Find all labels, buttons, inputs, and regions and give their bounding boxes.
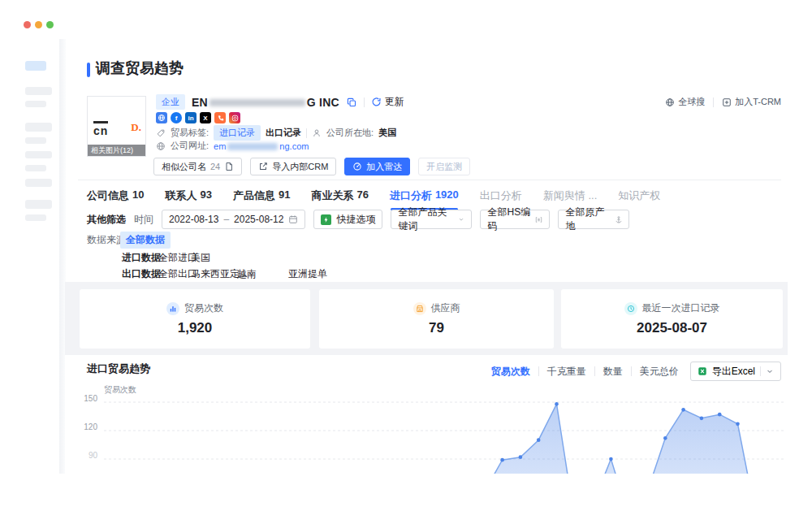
join-radar-button[interactable]: 加入雷达	[344, 158, 410, 175]
partner-logo-badge: D.	[131, 121, 141, 134]
trend-area-chart[interactable]	[65, 376, 812, 474]
phone-icon[interactable]	[214, 112, 226, 123]
radar-icon	[352, 162, 362, 171]
export-records-tag[interactable]: 出口记录	[266, 127, 301, 139]
sidebar-item[interactable]	[25, 137, 46, 144]
instagram-icon[interactable]	[229, 112, 240, 123]
copy-icon[interactable]	[346, 97, 357, 108]
globe-search-icon	[665, 97, 675, 107]
refresh-button[interactable]: 更新	[371, 95, 404, 109]
website-link[interactable]: emng.com	[214, 141, 309, 151]
sidebar-item[interactable]	[25, 200, 52, 209]
window-minimize-button[interactable]	[35, 21, 42, 28]
export-option-vietnam[interactable]: 越南	[237, 267, 257, 281]
sidebar-item[interactable]	[25, 101, 46, 107]
header-actions: 全球搜 加入T-CRM	[665, 96, 781, 108]
export-data-label: 出口数据	[122, 267, 161, 281]
chevron-down-icon[interactable]	[766, 367, 774, 375]
title-accent-bar	[87, 63, 90, 77]
quick-options-button[interactable]: 快捷选项	[313, 210, 382, 229]
origin-country-select[interactable]: 全部原产地	[558, 210, 629, 229]
tab-company-info[interactable]: 公司信息10	[87, 188, 144, 210]
chart-title: 进口贸易趋势	[87, 362, 150, 376]
location-label: 公司所在地:	[326, 127, 374, 139]
global-search-button[interactable]: 全球搜	[665, 96, 705, 108]
website-icon[interactable]	[156, 112, 167, 123]
stat-value: 79	[429, 320, 444, 336]
window-close-button[interactable]	[24, 21, 31, 28]
stat-label: 贸易次数	[184, 301, 223, 315]
hs-code-select[interactable]: 全部HS编码	[480, 210, 550, 229]
related-images-caption[interactable]: 相关图片(12)	[88, 145, 145, 156]
app-window: 调查贸易趋势 全球搜 加入T-CRM cn D. 相关图片(12) 企业 ENG…	[0, 0, 812, 511]
import-trend-section: 进口贸易趋势 贸易次数 千克重量 数量 美元总价 导出Excel 贸易次数 15…	[65, 355, 812, 474]
company-name: ENG INC	[192, 96, 339, 109]
quick-options-icon	[321, 214, 331, 225]
sidebar-item[interactable]	[25, 179, 52, 187]
chevron-down-icon	[458, 215, 464, 223]
trade-tags-row: 贸易标签: 进口记录 出口记录 公司所在地: 美国	[156, 125, 396, 141]
website-label: 公司网址:	[171, 140, 209, 152]
import-option-usa[interactable]: 美国	[191, 251, 210, 265]
x-twitter-icon[interactable]: X	[200, 112, 211, 123]
stat-value: 2025-08-07	[637, 320, 707, 336]
date-range-picker[interactable]: 2022-08-13 – 2025-08-12	[162, 210, 305, 229]
import-crm-button[interactable]: 导入内部CRM	[250, 158, 336, 175]
divider	[538, 366, 539, 376]
company-logo-text: cn	[93, 121, 108, 137]
add-grid-icon	[722, 97, 732, 107]
divider	[631, 366, 632, 376]
divider	[713, 97, 714, 107]
all-data-option[interactable]: 全部数据	[120, 232, 171, 249]
sidebar-item[interactable]	[25, 214, 46, 221]
import-data-row: 进口数据 全部进口 美国	[87, 251, 493, 264]
divider	[306, 128, 307, 138]
tab-business-relations[interactable]: 商业关系76	[311, 188, 368, 210]
divider	[760, 366, 761, 376]
import-icon	[258, 162, 268, 171]
company-name-row: 企业 ENG INC 更新	[156, 94, 404, 110]
sidebar-item[interactable]	[25, 87, 52, 95]
other-filters-label: 其他筛选	[87, 213, 126, 227]
tab-products[interactable]: 产品信息91	[233, 188, 290, 210]
tab-contacts[interactable]: 联系人93	[165, 188, 211, 210]
clock-icon	[624, 302, 637, 315]
export-data-row: 出口数据 全部出口 马来西亚定... 越南 亚洲提单	[87, 267, 493, 280]
linkedin-icon[interactable]: in	[185, 112, 197, 123]
refresh-icon	[371, 97, 382, 107]
website-row: 公司网址: emng.com	[156, 140, 309, 152]
page-title: 调查贸易趋势	[96, 58, 184, 78]
product-keywords-select[interactable]: 全部产品关键词	[391, 210, 472, 229]
company-image[interactable]: cn D. 相关图片(12)	[87, 96, 146, 157]
join-tcrm-button[interactable]: 加入T-CRM	[722, 96, 781, 108]
sidebar-item[interactable]	[25, 165, 46, 171]
stat-card-suppliers: 供应商 79	[319, 289, 554, 349]
location-person-icon	[312, 128, 322, 138]
stat-card-last-import: 最近一次进口记录 2025-08-07	[561, 289, 783, 349]
tag-icon	[156, 128, 166, 138]
hs-code-icon	[535, 215, 542, 224]
divider	[594, 366, 595, 376]
divider	[364, 97, 365, 107]
similar-company-names-button[interactable]: 相似公司名 24	[153, 158, 242, 175]
start-monitoring-button[interactable]: 开启监测	[418, 158, 470, 175]
globe-icon	[156, 141, 166, 151]
sidebar-item[interactable]	[25, 123, 52, 132]
section-divider	[78, 180, 781, 180]
window-zoom-button[interactable]	[46, 21, 54, 28]
shop-icon	[413, 302, 426, 315]
location-value: 美国	[378, 127, 396, 139]
facebook-icon[interactable]: f	[171, 112, 182, 123]
document-icon	[224, 162, 234, 171]
stat-value: 1,920	[178, 320, 213, 336]
tab-intellectual-property[interactable]: 知识产权	[618, 188, 660, 210]
bar-chart-icon	[166, 302, 179, 315]
sidebar-item-active[interactable]	[25, 61, 46, 71]
trade-tag-label: 贸易标签:	[171, 127, 209, 139]
export-option-asia-bill[interactable]: 亚洲提单	[288, 267, 327, 281]
sidebar-item[interactable]	[25, 151, 52, 158]
entity-type-tag: 企业	[156, 94, 185, 110]
blurred-name-segment	[209, 99, 305, 106]
stat-label: 最近一次进口记录	[642, 301, 720, 315]
import-records-tag[interactable]: 进口记录	[214, 125, 261, 141]
